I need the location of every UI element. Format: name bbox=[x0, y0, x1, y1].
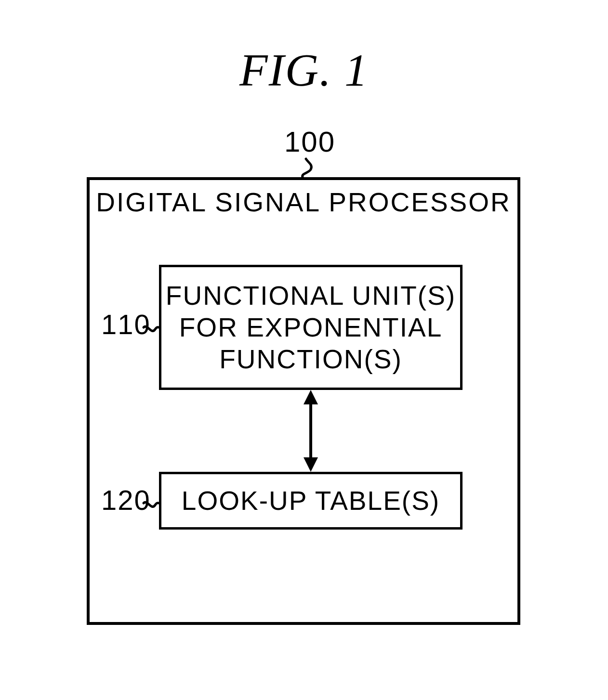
func-line-1: FUNCTIONAL UNIT(S) bbox=[166, 280, 456, 311]
functional-units-box: FUNCTIONAL UNIT(S) FOR EXPONENTIAL FUNCT… bbox=[159, 265, 463, 390]
patent-figure-page: FIG. 1 100 DIGITAL SIGNAL PROCESSOR FUNC… bbox=[0, 0, 608, 700]
lookup-table-box: LOOK-UP TABLE(S) bbox=[159, 472, 463, 530]
reference-numeral-120: 120 bbox=[101, 484, 151, 516]
reference-numeral-110: 110 bbox=[101, 308, 151, 340]
lut-label: LOOK-UP TABLE(S) bbox=[182, 485, 440, 516]
dsp-container-box bbox=[87, 177, 520, 625]
func-line-3: FUNCTION(S) bbox=[166, 343, 456, 375]
func-line-2: FOR EXPONENTIAL bbox=[166, 311, 456, 343]
reference-numeral-100: 100 bbox=[284, 125, 335, 158]
dsp-label: DIGITAL SIGNAL PROCESSOR bbox=[87, 187, 520, 218]
figure-title: FIG. 1 bbox=[0, 43, 608, 97]
